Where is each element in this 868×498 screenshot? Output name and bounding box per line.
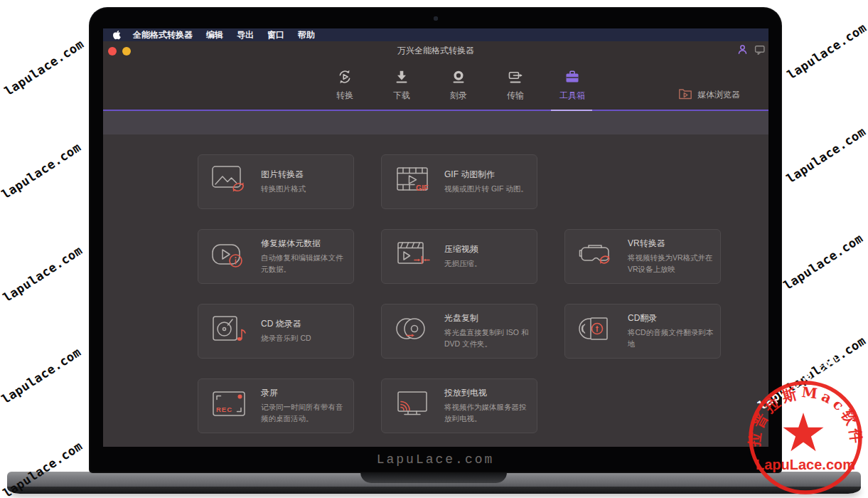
window-title: 万兴全能格式转换器 xyxy=(103,45,768,57)
account-icon[interactable] xyxy=(737,44,748,58)
tools-grid: 图片转换器转换图片格式 GIF GIF 动图制作视频或图片转 GIF 动图。 修… xyxy=(198,154,721,433)
tool-card-compress-video[interactable]: 压缩视频无损压缩。 xyxy=(381,229,537,284)
gif-maker-icon: GIF xyxy=(392,164,432,201)
bezel-brand-text: LapuLace.com xyxy=(89,452,782,467)
burn-icon xyxy=(450,67,467,87)
cast-to-tv-icon xyxy=(392,388,432,425)
media-browser-button[interactable]: 媒体浏览器 xyxy=(678,88,740,102)
watermark: lapulace.com xyxy=(0,140,83,202)
lapulace-stamp: 拉普拉斯Mac软件 LapuLace.com xyxy=(744,376,868,498)
cd-ripper-icon xyxy=(576,313,616,350)
title-bar: 万兴全能格式转换器 xyxy=(103,41,768,60)
screen-recorder-icon: REC xyxy=(209,388,249,425)
disc-copy-icon xyxy=(392,313,432,350)
tool-card-vr-converter[interactable]: VR转换器将视频转换为VR格式并在VR设备上放映 xyxy=(564,229,721,284)
toolbar-separator xyxy=(103,110,768,111)
sub-toolbar xyxy=(103,111,768,134)
traffic-lights xyxy=(103,47,131,55)
active-tab-indicator xyxy=(551,110,592,111)
tool-card-screen-recorder[interactable]: REC 录屏记录同一时间所有带有音频的桌面活动。 xyxy=(198,378,354,433)
tab-burn[interactable]: 刻录 xyxy=(430,60,487,110)
watermark: lapulace.com xyxy=(785,21,868,83)
tool-card-cd-burner[interactable]: CD 烧录器烧录音乐到 CD xyxy=(198,304,354,359)
laptop-base-bottom xyxy=(7,487,861,494)
menu-item-window[interactable]: 窗口 xyxy=(267,29,284,41)
cd-burner-icon xyxy=(209,313,249,350)
tab-download[interactable]: 下载 xyxy=(373,60,430,110)
convert-icon xyxy=(336,67,353,87)
watermark: lapulace.com xyxy=(781,231,866,293)
media-folder-icon xyxy=(678,88,692,102)
laptop-base xyxy=(7,472,861,494)
menu-item-export[interactable]: 导出 xyxy=(237,29,254,41)
tab-convert[interactable]: 转换 xyxy=(316,60,373,110)
menu-bar: 全能格式转换器 编辑 导出 窗口 帮助 xyxy=(103,28,768,41)
tab-transfer[interactable]: 传输 xyxy=(487,60,544,110)
app-window: 全能格式转换器 编辑 导出 窗口 帮助 万兴全能格式转换器 xyxy=(103,28,768,447)
fix-metadata-icon xyxy=(209,238,249,275)
watermark: lapulace.com xyxy=(2,37,87,99)
image-converter-icon xyxy=(209,164,249,201)
tool-card-cast-to-tv[interactable]: 投放到电视将视频作为媒体服务器投放到电视。 xyxy=(381,378,537,433)
svg-text:GIF: GIF xyxy=(416,184,429,192)
page-background: lapulace.com lapulace.com lapulace.com l… xyxy=(0,0,868,498)
minimize-button[interactable] xyxy=(122,47,131,55)
close-button[interactable] xyxy=(108,47,117,55)
tool-card-disc-copy[interactable]: 光盘复制将光盘直接复制到 ISO 和 DVD 文件夹。 xyxy=(381,304,537,359)
webcam-dot xyxy=(434,16,438,21)
svg-text:REC: REC xyxy=(216,406,232,413)
transfer-icon xyxy=(507,67,524,87)
menu-item-help[interactable]: 帮助 xyxy=(298,29,315,41)
vr-converter-icon xyxy=(576,238,616,275)
stamp-bottom-text: LapuLace.com xyxy=(756,457,855,472)
laptop-screen: 全能格式转换器 编辑 导出 窗口 帮助 万兴全能格式转换器 xyxy=(89,7,782,473)
toolbar: 转换 下载 刻录 xyxy=(103,60,768,110)
tool-card-cd-ripper[interactable]: CD翻录将CD的音频文件翻录到本地 xyxy=(564,304,721,359)
toolbox-icon xyxy=(564,67,581,87)
feedback-chat-icon[interactable] xyxy=(754,44,765,58)
download-icon xyxy=(393,67,410,87)
watermark: lapulace.com xyxy=(0,345,83,407)
menu-item-appname[interactable]: 全能格式转换器 xyxy=(133,29,193,41)
tool-card-image-converter[interactable]: 图片转换器转换图片格式 xyxy=(198,154,354,209)
watermark: lapulace.com xyxy=(1,243,85,305)
tool-card-gif-maker[interactable]: GIF GIF 动图制作视频或图片转 GIF 动图。 xyxy=(381,154,537,209)
menu-item-edit[interactable]: 编辑 xyxy=(206,29,223,41)
laptop-hinge-notch xyxy=(360,472,507,483)
tool-card-fix-metadata[interactable]: 修复媒体元数据自动修复和编辑媒体文件元数据。 xyxy=(198,229,354,284)
tab-toolbox[interactable]: 工具箱 xyxy=(544,60,601,110)
apple-menu[interactable] xyxy=(113,30,122,40)
toolbox-content: 图片转换器转换图片格式 GIF GIF 动图制作视频或图片转 GIF 动图。 修… xyxy=(103,134,768,447)
watermark: lapulace.com xyxy=(784,124,868,186)
stamp-star xyxy=(783,413,824,451)
compress-video-icon xyxy=(392,238,432,275)
